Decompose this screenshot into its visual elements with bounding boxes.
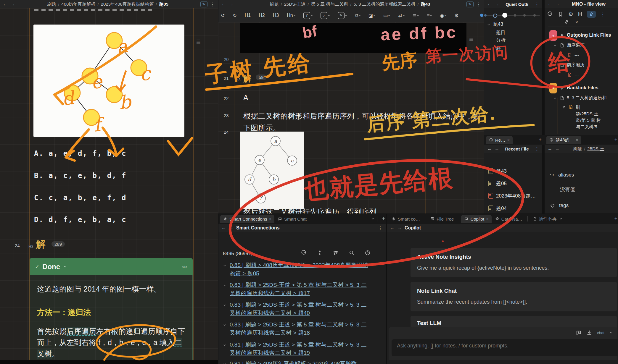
slider-handle[interactable] — [502, 13, 507, 18]
option-b[interactable]: B. a, c, e, b, d, f — [34, 172, 127, 180]
undo-icon[interactable]: ↺ — [221, 13, 225, 18]
outgoing-child-row[interactable]: --- — [567, 53, 579, 58]
close-tab-icon[interactable]: × — [507, 138, 510, 142]
new-chat-icon[interactable] — [576, 330, 582, 336]
result-link[interactable]: 0.83 | 刷题 > 25DS-王道 > 第 5 章 树与二叉树 > 5. 3… — [230, 281, 372, 297]
back-icon[interactable]: ← — [487, 1, 492, 7]
text-direction-icon[interactable]: ⇄ — [398, 13, 404, 18]
tab-plugin[interactable]: 插件不再 — [530, 215, 566, 223]
slider-dot[interactable] — [523, 14, 526, 17]
back-icon[interactable]: ← — [221, 225, 226, 231]
outline-item[interactable]: 解 — [496, 45, 501, 51]
heading-filter-icon[interactable]: H — [578, 11, 582, 17]
search-icon[interactable] — [349, 250, 355, 256]
forward-icon[interactable]: → — [229, 225, 234, 231]
recent-file-item[interactable]: 题43 — [488, 168, 507, 174]
forward-icon[interactable]: → — [397, 225, 402, 231]
outgoing-child-row[interactable]: --- — [567, 72, 579, 77]
hn-button[interactable]: Hn — [287, 13, 295, 18]
slider-dot[interactable] — [533, 14, 536, 17]
bookmark-icon[interactable] — [558, 11, 564, 17]
tab-smart-chat[interactable]: Smart Chat — [275, 215, 310, 223]
breadcrumb-item[interactable]: 第 5 章 树与二叉树 — [311, 1, 348, 7]
back-icon[interactable]: ← — [548, 1, 552, 7]
back-icon[interactable]: ← — [548, 146, 552, 151]
back-icon[interactable]: ← — [3, 1, 8, 7]
redo-icon[interactable]: ↻ — [233, 13, 236, 18]
settings-icon[interactable]: ⚙ — [454, 13, 458, 18]
note-image-dark[interactable] — [240, 23, 466, 53]
paint-bucket-icon[interactable]: ◪ — [368, 13, 375, 18]
forward-icon[interactable]: → — [495, 1, 499, 7]
tab-recent-file[interactable]: Re… × — [486, 136, 513, 144]
back-icon[interactable]: ← — [390, 225, 395, 231]
outgoing-section-pill[interactable]: ∨ — [549, 30, 557, 41]
bullet-list-icon[interactable]: ≣ — [413, 13, 419, 18]
solution-heading[interactable]: 解 — [243, 73, 251, 84]
outline-item[interactable]: 分析 — [496, 37, 506, 43]
internal-link[interactable]: 后序遍历 — [67, 327, 96, 336]
edit-note-icon[interactable]: ✎ — [466, 1, 474, 7]
tab-file-tree[interactable]: File Tree — [427, 215, 457, 223]
copilot-chat-input[interactable] — [392, 339, 618, 356]
more-options-icon[interactable]: ⋮ — [535, 1, 539, 7]
forward-icon[interactable]: → — [10, 1, 15, 7]
result-item[interactable]: 0.83 | 刷题 > 25DS-王道 > 第 5 章 树与二叉树 > 5. 3… — [223, 281, 376, 297]
outline-item-root[interactable]: 题43 — [487, 21, 503, 27]
breadcrumb-item[interactable]: 2023年408真题数据结构篇 — [101, 1, 154, 7]
breadcrumb-item[interactable]: 刷题 — [47, 1, 56, 7]
breadcrumb-item[interactable]: 5. 3 二叉树的遍历和线索二叉树 — [353, 1, 415, 7]
edit-note-icon[interactable]: ✎ — [200, 1, 207, 7]
breadcrumb-item[interactable]: 刷题 — [573, 146, 582, 152]
slider-dot[interactable] — [493, 14, 497, 18]
option-a[interactable]: A. a, e, d, f, b, c — [34, 149, 127, 158]
fold-icon[interactable] — [317, 250, 323, 256]
backlink-path-row[interactable]: 刷题/25DS-王道/第 5 章 树与二叉树/5 — [562, 104, 608, 130]
outgoing-file-row[interactable]: 前序遍历 — [553, 62, 585, 68]
aliases-property-row[interactable]: ↪ aliases — [550, 172, 574, 178]
forward-icon[interactable]: → — [229, 1, 234, 7]
prompt-card-note-link[interactable]: Note Link Chat Summarize the recent upda… — [411, 282, 617, 311]
result-item[interactable]: 0.85 | 刷题 > 408历年真题解析 > 2023年408真题数据结构篇 … — [223, 261, 376, 278]
aliases-value-row[interactable]: 没有值 — [560, 186, 575, 193]
printed-tree-image[interactable]: a e c d b f — [240, 132, 304, 209]
new-tab-icon[interactable]: + — [379, 216, 386, 222]
result-link[interactable]: 0.81 | 刷题 > 25DS-王道 > 第 5 章 树与二叉树 > 5. 3… — [230, 341, 372, 357]
h1-button[interactable]: H1 — [245, 13, 251, 18]
done-callout-header[interactable]: ✓ Done </> — [30, 258, 193, 275]
outline-toggle-icon[interactable]: ≣ — [469, 35, 474, 42]
collapse-icon[interactable]: × — [575, 20, 578, 25]
chevron-down-icon[interactable] — [609, 331, 613, 335]
chevron-down-icon[interactable] — [63, 265, 67, 269]
breadcrumb-item[interactable]: 刷题 — [270, 1, 279, 7]
option-c[interactable]: C. c, a, b, e, f, d — [34, 194, 127, 202]
h3-button[interactable]: H3 — [273, 13, 279, 18]
close-tab-icon[interactable]: × — [269, 217, 272, 221]
help-icon[interactable] — [365, 250, 371, 256]
save-chat-icon[interactable] — [586, 330, 592, 336]
backlink-file-row[interactable]: 5. 3 二叉树的遍历和 — [553, 95, 606, 101]
recent-file-item[interactable]: 题04 — [488, 205, 507, 212]
more-options-icon[interactable]: ⋮ — [535, 146, 539, 152]
result-link[interactable]: 0.83 | 刷题 > 25DS-王道 > 第 5 章 树与二叉树 > 5. 3… — [230, 321, 372, 337]
result-item[interactable]: 0.83 | 刷题 > 25DS-王道 > 第 5 章 树与二叉树 > 5. 3… — [223, 301, 376, 317]
chat-mode-label[interactable]: chat — [597, 331, 604, 335]
close-tab-icon[interactable]: × — [486, 217, 489, 221]
tab-smart-composer[interactable]: Smart co… — [389, 215, 423, 223]
result-link[interactable]: 0.81 | 刷题 > 408历年真题解析 > 2020年408真题数 — [230, 360, 372, 364]
filter-sliders-icon[interactable] — [333, 250, 339, 256]
comment-icon[interactable]: ▭ — [383, 13, 390, 18]
result-item[interactable]: 0.83 | 刷题 > 25DS-王道 > 第 5 章 树与二叉树 > 5. 3… — [223, 321, 376, 337]
result-item[interactable]: 0.81 | 刷题 > 408历年真题解析 > 2020年408真题数 — [223, 360, 376, 364]
tags-property-row[interactable]: tags — [550, 203, 569, 208]
outline-toggle-icon[interactable]: ≣ — [196, 38, 201, 45]
result-item[interactable]: 0.81 | 刷题 > 25DS-王道 > 第 5 章 树与二叉树 > 5. 3… — [223, 341, 376, 357]
breadcrumb-item[interactable]: 25DS-王道 — [284, 1, 306, 7]
forward-icon[interactable]: → — [495, 146, 499, 151]
backlink-section-pill[interactable]: ∨ — [549, 83, 557, 93]
h2-button[interactable]: H2 — [259, 13, 265, 18]
more-options-icon[interactable]: ⋮ — [601, 12, 605, 17]
new-tab-icon[interactable]: + — [612, 216, 618, 222]
backlink-files-header[interactable]: Backlink Files — [559, 85, 598, 90]
option-d[interactable]: D. d, f, e, b, a, c — [34, 216, 127, 224]
